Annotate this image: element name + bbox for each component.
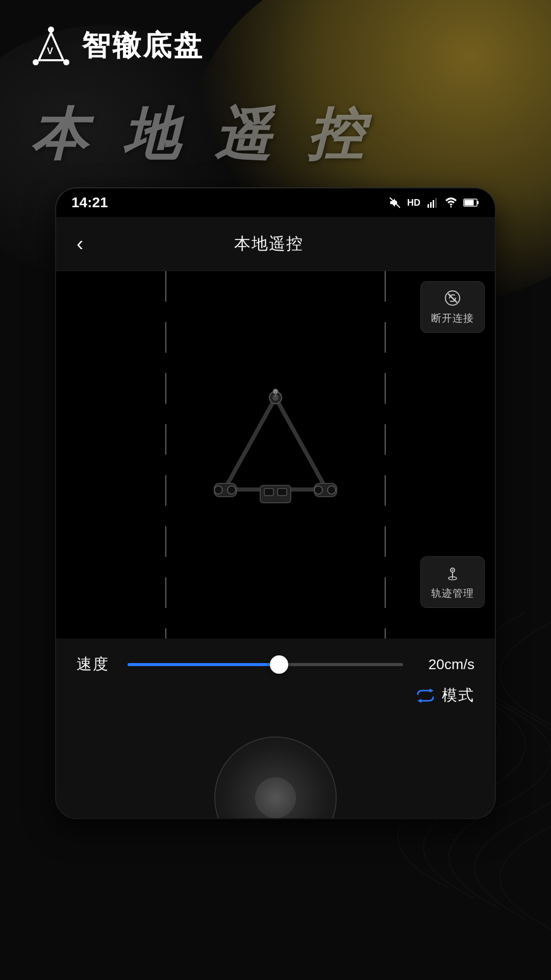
battery-icon — [463, 198, 480, 208]
svg-marker-35 — [417, 699, 421, 703]
logo-icon: V — [31, 26, 71, 66]
status-bar: 14:21 HD — [56, 188, 495, 217]
svg-rect-12 — [477, 201, 479, 204]
svg-line-15 — [224, 398, 276, 489]
svg-point-10 — [450, 206, 452, 208]
svg-point-24 — [314, 486, 322, 494]
svg-rect-8 — [433, 200, 434, 208]
slider-thumb[interactable] — [270, 655, 288, 674]
app-header: V 智辙底盘 — [0, 0, 551, 77]
speed-slider[interactable] — [128, 663, 403, 666]
track-icon — [443, 564, 462, 582]
disconnect-button[interactable]: 断开连接 — [420, 281, 485, 333]
robot-illustration — [204, 387, 347, 510]
phone-mockup: 14:21 HD — [56, 188, 495, 818]
wifi-icon — [445, 197, 457, 209]
joystick-handle[interactable] — [255, 777, 296, 818]
status-icons: HD — [389, 197, 480, 209]
svg-rect-27 — [264, 488, 273, 496]
bottom-controls: 速度 20cm/s 模式 — [56, 639, 495, 716]
svg-marker-34 — [430, 689, 434, 693]
svg-point-22 — [228, 486, 236, 494]
track-management-button[interactable]: 轨迹管理 — [420, 556, 485, 608]
joystick-base[interactable] — [214, 737, 337, 818]
speed-label: 速度 — [77, 654, 117, 675]
mute-icon — [389, 197, 401, 209]
svg-rect-13 — [465, 200, 474, 206]
mode-control[interactable]: 模式 — [77, 685, 474, 706]
speed-value: 20cm/s — [413, 656, 474, 673]
svg-line-16 — [276, 398, 327, 489]
hero-title: 本 地 遥 控 — [0, 77, 551, 188]
main-view: 断开连接 — [56, 271, 495, 639]
app-title-text: 智辙底盘 — [82, 27, 204, 65]
status-time: 14:21 — [71, 194, 108, 211]
svg-rect-7 — [430, 202, 432, 208]
svg-rect-28 — [278, 488, 287, 496]
lane-line-left — [165, 271, 166, 639]
back-button[interactable]: ‹ — [71, 227, 88, 260]
speed-control: 速度 20cm/s — [77, 654, 474, 675]
app-logo: V 智辙底盘 — [31, 26, 204, 66]
mode-label: 模式 — [442, 685, 474, 706]
joystick-area — [56, 716, 495, 818]
svg-point-21 — [214, 486, 222, 494]
svg-rect-6 — [428, 204, 429, 208]
signal-icon — [427, 197, 439, 209]
svg-point-25 — [328, 486, 336, 494]
mode-icon — [415, 688, 436, 703]
svg-text:V: V — [47, 46, 53, 56]
svg-rect-9 — [435, 198, 437, 208]
lane-line-right — [385, 271, 386, 639]
disconnect-icon — [443, 289, 462, 307]
nav-title: 本地遥控 — [88, 233, 449, 255]
nav-bar: ‹ 本地遥控 — [56, 217, 495, 271]
hd-icon: HD — [407, 198, 420, 208]
track-label: 轨迹管理 — [431, 586, 474, 600]
svg-point-33 — [452, 570, 454, 571]
disconnect-label: 断开连接 — [431, 311, 474, 325]
